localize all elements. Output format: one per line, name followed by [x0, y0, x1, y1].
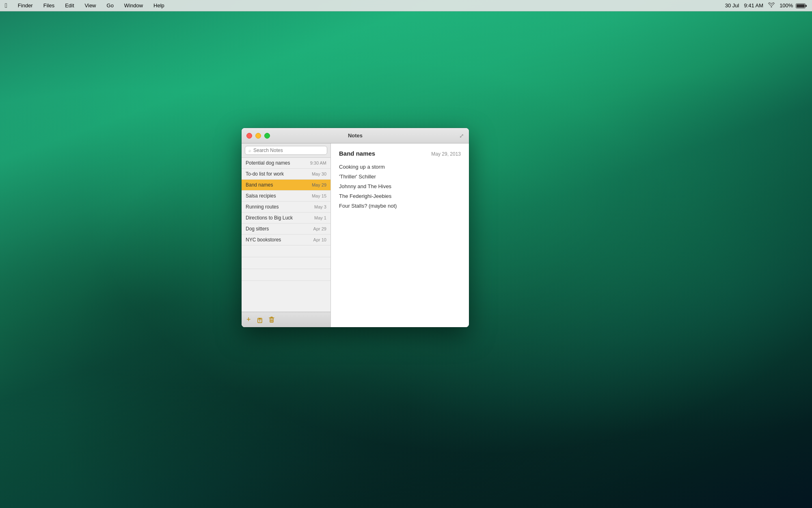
active-note-title: Band names [339, 150, 375, 157]
notes-sidebar: ⌕ Potential dog names 9:30 AM To-do list… [242, 143, 331, 327]
wifi-icon [768, 2, 775, 9]
maximize-button[interactable] [264, 133, 270, 139]
menubar-right: 30 Jul 9:41 AM 100% [725, 2, 807, 9]
menu-view[interactable]: View [83, 2, 98, 9]
menu-window[interactable]: Window [123, 2, 145, 9]
active-note-body: Cooking up a storm 'Thriller' Schiller J… [339, 163, 461, 211]
note-item-empty [242, 245, 330, 257]
desktop:  Finder Files Edit View Go Window Help … [0, 0, 812, 508]
minimize-button[interactable] [255, 133, 261, 139]
search-input-wrapper[interactable]: ⌕ [245, 146, 327, 155]
svg-rect-1 [797, 4, 805, 8]
menu-help[interactable]: Help [152, 2, 166, 9]
window-controls [246, 133, 270, 139]
window-title: Notes [348, 132, 363, 139]
notes-body: ⌕ Potential dog names 9:30 AM To-do list… [242, 143, 469, 327]
note-item[interactable]: Running routes May 3 [242, 202, 330, 213]
svg-rect-2 [806, 5, 807, 7]
menu-files[interactable]: Files [42, 2, 56, 9]
notes-window: Notes ⤢ ⌕ Potential dog names 9:3 [242, 128, 469, 327]
note-item-empty [242, 269, 330, 281]
menu-go[interactable]: Go [105, 2, 115, 9]
apple-menu[interactable]:  [5, 2, 7, 9]
note-item-active[interactable]: Band names May 29 [242, 180, 330, 191]
note-content[interactable]: Band names May 29, 2013 Cooking up a sto… [331, 143, 469, 327]
note-item-empty [242, 257, 330, 269]
notes-list: Potential dog names 9:30 AM To-do list f… [242, 158, 330, 312]
note-content-header: Band names May 29, 2013 [339, 150, 461, 157]
add-note-button[interactable]: + [246, 315, 251, 324]
note-item[interactable]: Potential dog names 9:30 AM [242, 158, 330, 169]
menubar-time: 9:41 AM [744, 2, 763, 9]
close-button[interactable] [246, 133, 252, 139]
search-input[interactable] [253, 148, 324, 153]
menu-finder[interactable]: Finder [16, 2, 35, 9]
search-icon: ⌕ [248, 148, 251, 153]
menubar-left:  Finder Files Edit View Go Window Help [5, 2, 166, 9]
share-button[interactable] [257, 316, 263, 323]
note-item[interactable]: NYC bookstores Apr 10 [242, 234, 330, 245]
menubar:  Finder Files Edit View Go Window Help … [0, 0, 812, 11]
active-note-date: May 29, 2013 [431, 151, 461, 157]
note-item[interactable]: Salsa recipies May 15 [242, 191, 330, 202]
menubar-battery: 100% [780, 2, 807, 9]
menubar-date: 30 Jul [725, 2, 739, 9]
titlebar: Notes ⤢ [242, 128, 469, 143]
trash-button[interactable] [269, 316, 274, 323]
expand-icon[interactable]: ⤢ [459, 132, 464, 139]
note-item[interactable]: To-do list for work May 30 [242, 169, 330, 180]
note-item[interactable]: Directions to Big Luck May 1 [242, 213, 330, 224]
search-bar: ⌕ [242, 143, 330, 158]
notes-toolbar: + [242, 312, 330, 327]
note-item[interactable]: Dog sitters Apr 29 [242, 224, 330, 234]
menu-edit[interactable]: Edit [63, 2, 76, 9]
